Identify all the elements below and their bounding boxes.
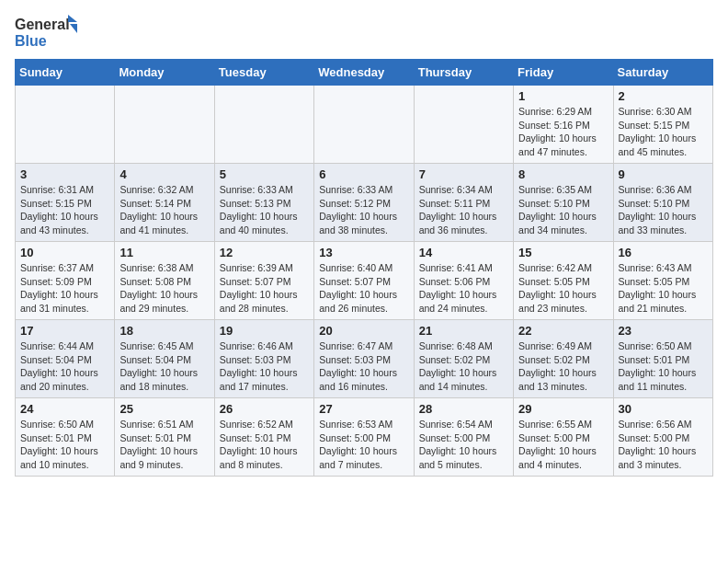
day-number: 11	[119, 246, 209, 259]
calendar-week-row: 3Sunrise: 6:31 AM Sunset: 5:15 PM Daylig…	[16, 164, 713, 242]
day-info: Sunrise: 6:36 AM Sunset: 5:10 PM Dayligh…	[619, 183, 708, 237]
day-info: Sunrise: 6:34 AM Sunset: 5:11 PM Dayligh…	[419, 183, 508, 237]
day-number: 15	[518, 246, 608, 259]
day-info: Sunrise: 6:53 AM Sunset: 5:00 PM Dayligh…	[319, 418, 408, 472]
day-info: Sunrise: 6:46 AM Sunset: 5:03 PM Dayligh…	[220, 339, 309, 394]
calendar-cell	[414, 86, 513, 164]
calendar-cell: 2Sunrise: 6:30 AM Sunset: 5:15 PM Daylig…	[613, 86, 712, 164]
day-info: Sunrise: 6:33 AM Sunset: 5:13 PM Dayligh…	[220, 183, 309, 237]
day-info: Sunrise: 6:51 AM Sunset: 5:01 PM Dayligh…	[119, 418, 209, 472]
day-number: 29	[518, 402, 608, 416]
day-number: 19	[220, 324, 309, 338]
day-number: 24	[20, 402, 109, 416]
day-info: Sunrise: 6:50 AM Sunset: 5:01 PM Dayligh…	[20, 418, 109, 472]
day-number: 21	[419, 324, 508, 338]
calendar-cell: 12Sunrise: 6:39 AM Sunset: 5:07 PM Dayli…	[214, 242, 313, 320]
day-number: 30	[619, 402, 708, 416]
day-info: Sunrise: 6:30 AM Sunset: 5:15 PM Dayligh…	[619, 105, 708, 159]
calendar-cell: 23Sunrise: 6:50 AM Sunset: 5:01 PM Dayli…	[613, 320, 712, 398]
header: GeneralBlue	[15, 15, 713, 50]
day-info: Sunrise: 6:39 AM Sunset: 5:07 PM Dayligh…	[220, 261, 309, 316]
weekday-header: Thursday	[414, 60, 513, 86]
calendar-cell: 10Sunrise: 6:37 AM Sunset: 5:09 PM Dayli…	[16, 242, 115, 320]
svg-text:General: General	[15, 17, 70, 32]
day-info: Sunrise: 6:54 AM Sunset: 5:00 PM Dayligh…	[419, 418, 508, 472]
day-number: 23	[619, 324, 708, 338]
calendar-cell	[314, 86, 414, 164]
day-number: 8	[518, 167, 608, 181]
calendar-cell: 5Sunrise: 6:33 AM Sunset: 5:13 PM Daylig…	[214, 164, 313, 242]
day-info: Sunrise: 6:47 AM Sunset: 5:03 PM Dayligh…	[319, 339, 408, 394]
day-info: Sunrise: 6:48 AM Sunset: 5:02 PM Dayligh…	[419, 339, 508, 394]
calendar-cell: 3Sunrise: 6:31 AM Sunset: 5:15 PM Daylig…	[16, 164, 115, 242]
day-number: 6	[319, 167, 408, 181]
day-number: 20	[319, 324, 408, 338]
calendar-cell: 7Sunrise: 6:34 AM Sunset: 5:11 PM Daylig…	[414, 164, 513, 242]
day-info: Sunrise: 6:32 AM Sunset: 5:14 PM Dayligh…	[119, 183, 209, 237]
calendar-cell: 4Sunrise: 6:32 AM Sunset: 5:14 PM Daylig…	[115, 164, 214, 242]
day-info: Sunrise: 6:35 AM Sunset: 5:10 PM Dayligh…	[518, 183, 608, 237]
calendar-cell: 11Sunrise: 6:38 AM Sunset: 5:08 PM Dayli…	[115, 242, 214, 320]
day-number: 3	[20, 167, 109, 181]
day-info: Sunrise: 6:56 AM Sunset: 5:00 PM Dayligh…	[619, 418, 708, 472]
day-number: 22	[518, 324, 608, 338]
day-number: 10	[20, 246, 109, 259]
day-info: Sunrise: 6:55 AM Sunset: 5:00 PM Dayligh…	[518, 418, 608, 472]
calendar-cell	[115, 86, 214, 164]
day-info: Sunrise: 6:52 AM Sunset: 5:01 PM Dayligh…	[220, 418, 309, 472]
calendar-cell: 26Sunrise: 6:52 AM Sunset: 5:01 PM Dayli…	[214, 398, 313, 477]
day-info: Sunrise: 6:33 AM Sunset: 5:12 PM Dayligh…	[319, 183, 408, 237]
day-info: Sunrise: 6:43 AM Sunset: 5:05 PM Dayligh…	[619, 261, 708, 316]
calendar-cell: 20Sunrise: 6:47 AM Sunset: 5:03 PM Dayli…	[314, 320, 414, 398]
calendar-cell: 16Sunrise: 6:43 AM Sunset: 5:05 PM Dayli…	[613, 242, 712, 320]
day-info: Sunrise: 6:40 AM Sunset: 5:07 PM Dayligh…	[319, 261, 408, 316]
calendar-cell: 30Sunrise: 6:56 AM Sunset: 5:00 PM Dayli…	[613, 398, 712, 477]
calendar-cell: 19Sunrise: 6:46 AM Sunset: 5:03 PM Dayli…	[214, 320, 313, 398]
day-info: Sunrise: 6:29 AM Sunset: 5:16 PM Dayligh…	[518, 105, 608, 159]
weekday-header: Monday	[115, 60, 214, 86]
day-info: Sunrise: 6:49 AM Sunset: 5:02 PM Dayligh…	[518, 339, 608, 394]
day-info: Sunrise: 6:38 AM Sunset: 5:08 PM Dayligh…	[119, 261, 209, 316]
day-number: 18	[119, 324, 209, 338]
day-number: 25	[119, 402, 209, 416]
calendar-week-row: 24Sunrise: 6:50 AM Sunset: 5:01 PM Dayli…	[16, 398, 713, 477]
calendar-cell: 9Sunrise: 6:36 AM Sunset: 5:10 PM Daylig…	[613, 164, 712, 242]
day-number: 27	[319, 402, 408, 416]
calendar-cell: 6Sunrise: 6:33 AM Sunset: 5:12 PM Daylig…	[314, 164, 414, 242]
calendar-cell: 24Sunrise: 6:50 AM Sunset: 5:01 PM Dayli…	[16, 398, 115, 477]
day-info: Sunrise: 6:31 AM Sunset: 5:15 PM Dayligh…	[20, 183, 109, 237]
calendar-cell	[214, 86, 313, 164]
weekday-header: Tuesday	[214, 60, 313, 86]
day-info: Sunrise: 6:50 AM Sunset: 5:01 PM Dayligh…	[619, 339, 708, 394]
day-info: Sunrise: 6:45 AM Sunset: 5:04 PM Dayligh…	[119, 339, 209, 394]
calendar-table: SundayMondayTuesdayWednesdayThursdayFrid…	[15, 59, 713, 477]
day-number: 9	[619, 167, 708, 181]
header-row: SundayMondayTuesdayWednesdayThursdayFrid…	[16, 60, 713, 86]
day-info: Sunrise: 6:41 AM Sunset: 5:06 PM Dayligh…	[419, 261, 508, 316]
day-number: 17	[20, 324, 109, 338]
day-number: 13	[319, 246, 408, 259]
day-number: 16	[619, 246, 708, 259]
calendar-cell: 27Sunrise: 6:53 AM Sunset: 5:00 PM Dayli…	[314, 398, 414, 477]
calendar-week-row: 10Sunrise: 6:37 AM Sunset: 5:09 PM Dayli…	[16, 242, 713, 320]
calendar-week-row: 17Sunrise: 6:44 AM Sunset: 5:04 PM Dayli…	[16, 320, 713, 398]
calendar-cell: 29Sunrise: 6:55 AM Sunset: 5:00 PM Dayli…	[514, 398, 613, 477]
day-number: 7	[419, 167, 508, 181]
calendar-cell: 13Sunrise: 6:40 AM Sunset: 5:07 PM Dayli…	[314, 242, 414, 320]
calendar-cell: 21Sunrise: 6:48 AM Sunset: 5:02 PM Dayli…	[414, 320, 513, 398]
svg-marker-2	[68, 15, 77, 22]
day-number: 4	[119, 167, 209, 181]
day-number: 5	[220, 167, 309, 181]
day-info: Sunrise: 6:37 AM Sunset: 5:09 PM Dayligh…	[20, 261, 109, 316]
calendar-cell	[16, 86, 115, 164]
weekday-header: Friday	[514, 60, 613, 86]
day-number: 28	[419, 402, 508, 416]
calendar-cell: 15Sunrise: 6:42 AM Sunset: 5:05 PM Dayli…	[514, 242, 613, 320]
weekday-header: Wednesday	[314, 60, 414, 86]
day-number: 14	[419, 246, 508, 259]
day-number: 12	[220, 246, 309, 259]
calendar-cell: 18Sunrise: 6:45 AM Sunset: 5:04 PM Dayli…	[115, 320, 214, 398]
day-number: 1	[518, 89, 608, 103]
calendar-cell: 8Sunrise: 6:35 AM Sunset: 5:10 PM Daylig…	[514, 164, 613, 242]
day-number: 26	[220, 402, 309, 416]
